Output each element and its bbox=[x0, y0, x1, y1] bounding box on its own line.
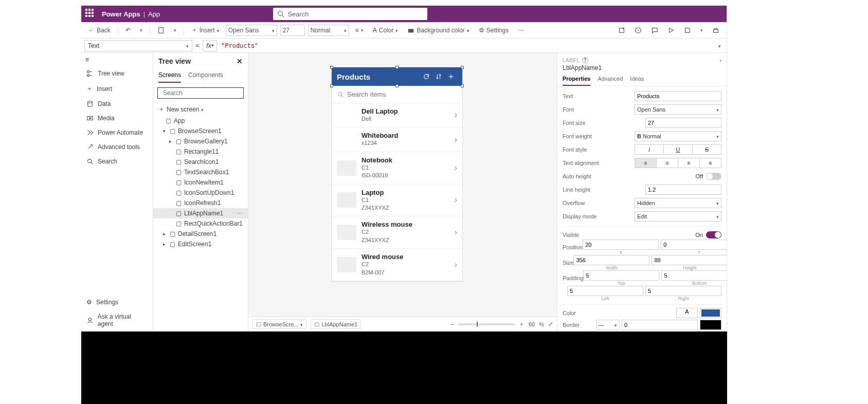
fit-to-window-icon[interactable]: ⤢ bbox=[548, 321, 553, 327]
prop-pad-top[interactable] bbox=[583, 270, 659, 281]
fx-button[interactable]: fx▾ bbox=[203, 40, 217, 51]
save-split[interactable] bbox=[697, 27, 706, 34]
prop-visible[interactable] bbox=[706, 231, 721, 238]
rail-settings[interactable]: ⚙Settings bbox=[81, 295, 153, 309]
bg-color-button[interactable]: Background color bbox=[404, 26, 472, 35]
tree-node[interactable]: ▢RectQuickActionBar1 bbox=[153, 218, 248, 229]
tree-node[interactable]: ▢Rectangle11 bbox=[153, 146, 248, 157]
rail-search[interactable]: Search bbox=[81, 154, 153, 169]
app-launcher-icon[interactable] bbox=[85, 9, 96, 19]
tree-node[interactable]: ▢LblAppName1⋯ bbox=[153, 208, 248, 218]
rail-tree-view[interactable]: Tree view bbox=[81, 66, 153, 81]
breadcrumb-control[interactable]: ▢ LblAppName1 bbox=[311, 319, 361, 329]
prop-font-size[interactable] bbox=[645, 118, 721, 128]
tree-node[interactable]: ▾▢BrowseScreen1 bbox=[153, 126, 248, 136]
prop-border-width[interactable] bbox=[622, 320, 698, 330]
font-size-input[interactable]: 27 bbox=[280, 25, 305, 36]
back-button[interactable]: ← Back bbox=[85, 26, 114, 35]
tree-node[interactable]: ▸▢BrowseGallery1 bbox=[153, 136, 248, 146]
preview-button[interactable] bbox=[664, 26, 678, 35]
rail-virtual-agent[interactable]: Ask a virtual agent bbox=[81, 309, 153, 331]
tree-node[interactable]: ▢TextSearchBox1 bbox=[153, 167, 248, 177]
list-item[interactable]: Wireless mouseC2Z341XYXZ› bbox=[332, 216, 462, 249]
global-search[interactable]: Search bbox=[273, 8, 427, 20]
list-item[interactable]: NotebookC1I5D-00018› bbox=[332, 152, 462, 185]
tree-search[interactable] bbox=[157, 87, 244, 99]
prop-font[interactable]: Open Sans bbox=[635, 104, 721, 115]
overflow-menu[interactable]: ⋯ bbox=[515, 26, 527, 35]
undo-split[interactable] bbox=[137, 27, 146, 34]
prop-y[interactable] bbox=[661, 240, 727, 250]
prop-height[interactable] bbox=[652, 255, 727, 265]
align-menu[interactable]: ≡ bbox=[352, 26, 367, 35]
paste-split[interactable] bbox=[171, 27, 179, 34]
comments-button[interactable] bbox=[648, 26, 661, 35]
file-name[interactable]: App bbox=[148, 10, 160, 18]
zoom-in-icon[interactable]: ＋ bbox=[519, 320, 525, 328]
tree-search-input[interactable] bbox=[163, 89, 240, 97]
prop-x[interactable] bbox=[583, 240, 659, 250]
tree-node[interactable]: ▢SearchIcon1 bbox=[153, 157, 248, 167]
rail-advanced-tools[interactable]: Advanced tools bbox=[81, 140, 153, 154]
app-header[interactable]: Products bbox=[332, 67, 462, 86]
share-button[interactable] bbox=[615, 26, 628, 35]
prop-border-style[interactable]: — bbox=[596, 320, 620, 330]
prop-pad-right[interactable] bbox=[645, 286, 721, 296]
font-color-button[interactable]: A Color bbox=[370, 26, 402, 35]
prop-line-height[interactable] bbox=[645, 185, 721, 195]
list-item[interactable]: Whiteboardx1234› bbox=[332, 127, 462, 152]
add-icon[interactable] bbox=[445, 70, 457, 83]
prop-text[interactable] bbox=[635, 91, 721, 101]
tree-node[interactable]: ▢App bbox=[153, 116, 248, 126]
undo-button[interactable]: ↶ bbox=[122, 26, 134, 35]
sort-icon[interactable] bbox=[432, 70, 445, 83]
list-item[interactable]: Dell LaptopDell› bbox=[332, 103, 462, 127]
list-item[interactable]: LaptopC1Z341XYXZ› bbox=[332, 185, 462, 217]
canvas-stage[interactable]: Products Dell LaptopDell›Whiteboardx1234… bbox=[248, 53, 557, 317]
tree-tab-components[interactable]: Components bbox=[188, 69, 223, 83]
font-weight-select[interactable]: Normal bbox=[308, 25, 349, 36]
formula-expand[interactable] bbox=[712, 42, 727, 49]
app-checker-button[interactable] bbox=[631, 26, 645, 35]
search-items-input[interactable] bbox=[347, 90, 457, 98]
prop-auto-height[interactable] bbox=[706, 173, 721, 180]
paste-button[interactable] bbox=[154, 26, 168, 35]
formula-input[interactable]: "Products" bbox=[217, 42, 712, 49]
props-tab-ideas[interactable]: Ideas bbox=[630, 76, 644, 86]
info-icon[interactable]: ? bbox=[582, 57, 588, 63]
save-button[interactable] bbox=[681, 26, 694, 35]
prop-pad-bottom[interactable] bbox=[661, 270, 727, 281]
prop-color-fg[interactable]: A bbox=[676, 308, 698, 318]
zoom-slider[interactable] bbox=[458, 323, 515, 325]
prop-font-weight[interactable]: B Normal bbox=[635, 131, 721, 141]
tree-node[interactable]: ▢IconRefresh1 bbox=[153, 198, 248, 208]
prop-border-color[interactable] bbox=[700, 320, 721, 330]
font-family-select[interactable]: Open Sans bbox=[226, 25, 277, 36]
app-title-label[interactable]: Products bbox=[337, 72, 420, 81]
publish-button[interactable] bbox=[709, 26, 722, 35]
panel-expand-icon[interactable]: › bbox=[719, 57, 721, 63]
props-tab-properties[interactable]: Properties bbox=[563, 76, 590, 86]
rail-hamburger-icon[interactable]: ≡ bbox=[81, 53, 153, 66]
zoom-out-icon[interactable]: − bbox=[451, 321, 454, 327]
tree-tab-screens[interactable]: Screens bbox=[158, 69, 181, 83]
props-tab-advanced[interactable]: Advanced bbox=[598, 76, 623, 86]
refresh-icon[interactable] bbox=[420, 70, 432, 83]
prop-color-bg[interactable] bbox=[700, 308, 721, 318]
rail-data[interactable]: Data bbox=[81, 97, 153, 111]
tree-close-icon[interactable]: ✕ bbox=[237, 57, 243, 65]
prop-width[interactable] bbox=[573, 255, 649, 265]
property-selector[interactable]: Text bbox=[84, 40, 192, 51]
rail-insert[interactable]: ＋Insert bbox=[81, 81, 153, 97]
new-screen-button[interactable]: ＋ New screen bbox=[153, 103, 248, 116]
rail-media[interactable]: Media bbox=[81, 111, 153, 125]
tree-node[interactable]: ▢IconNewItem1 bbox=[153, 177, 248, 188]
prop-text-align[interactable]: ≡≡≡≡ bbox=[635, 158, 721, 168]
insert-button[interactable]: ＋ Insert bbox=[188, 25, 223, 35]
tree-node[interactable]: ▸▢EditScreen1 bbox=[153, 239, 248, 249]
prop-font-style[interactable]: IUS bbox=[635, 144, 721, 155]
prop-overflow[interactable]: Hidden bbox=[635, 198, 721, 208]
tree-node[interactable]: ▸▢DetailScreen1 bbox=[153, 229, 248, 239]
settings-button[interactable]: ⚙ Settings bbox=[476, 26, 512, 35]
rail-power-automate[interactable]: Power Automate bbox=[81, 125, 153, 140]
